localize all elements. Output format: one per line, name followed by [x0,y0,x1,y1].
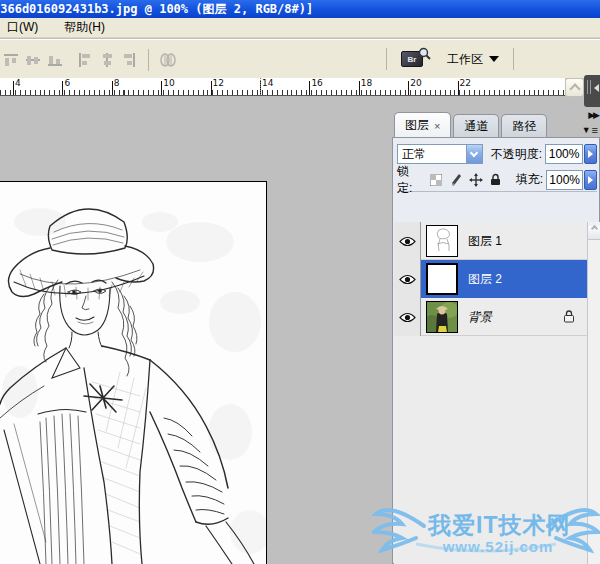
layer-row-background[interactable]: 背景 [394,298,587,336]
ruler-tick [458,81,459,95]
layers-scrollbar[interactable] [587,222,600,564]
ruler-tick [211,81,212,95]
lock-all-icon[interactable] [488,172,504,188]
sketch-artwork [0,182,266,564]
arrow-left-icon [594,84,599,92]
eye-icon [399,312,416,323]
layers-panel: ▶▶ ▼≡ 图层 × 通道 路径 正常 不透明度: 100% [392,110,600,564]
ruler-tick [13,81,14,95]
layer-row-2[interactable]: 图层 2 [394,260,587,298]
layer-name[interactable]: 图层 2 [468,271,502,288]
lock-image-pixels-icon[interactable] [448,172,464,188]
layer-name[interactable]: 背景 [468,309,492,326]
distribute-vertical-center-icon[interactable] [24,51,42,69]
lock-label: 锁定: [397,163,424,197]
ruler-cursor-indicator [260,78,261,95]
workspace-dropdown[interactable]: 工作区 [439,48,507,71]
toolbar-separator [386,48,387,70]
scroll-up-button[interactable] [565,78,584,97]
ruler-tick-label: 6 [64,78,70,88]
layer-thumbnail[interactable] [426,301,458,333]
ruler-tick [62,81,63,95]
eye-icon [399,274,416,285]
layers-panel-body: 正常 不透明度: 100% 锁定: [392,137,600,564]
menu-bar: 口(W) 帮助(H) [0,18,600,38]
chevron-down-icon [466,145,482,163]
ruler-tick [408,81,409,95]
menu-help[interactable]: 帮助(H) [60,18,109,37]
layer-row-1[interactable]: 图层 1 [394,222,587,260]
eye-icon [399,236,416,247]
toolbar-separator [148,49,149,71]
opacity-slider-icon[interactable] [584,144,597,164]
scroll-up-button[interactable] [588,226,600,240]
fill-slider-icon[interactable] [584,170,597,190]
ruler-minor-ticks [0,90,565,95]
visibility-toggle[interactable] [394,222,421,260]
layers-list: 图层 1 图层 2 [394,222,587,564]
layer-thumbnail[interactable] [426,225,458,257]
workspace-label: 工作区 [447,51,483,68]
horizontal-ruler: 46810121416182022 [0,78,565,96]
lock-transparent-pixels-icon[interactable] [428,172,444,188]
blend-mode-select[interactable]: 正常 [397,144,483,164]
collapse-to-icons-icon[interactable]: ▶▶ [588,110,598,120]
opacity-field[interactable]: 100% [545,144,583,164]
tab-layers[interactable]: 图层 × [394,112,451,138]
dock-grip[interactable] [584,75,600,107]
chevron-up-icon [569,83,580,94]
menu-window[interactable]: 口(W) [3,18,42,37]
close-icon[interactable]: × [434,120,440,132]
visibility-toggle[interactable] [394,260,421,298]
visibility-toggle[interactable] [394,298,421,336]
ruler-tick [309,81,310,95]
distribute-horizontal-center-icon[interactable] [98,51,116,69]
ruler-tick-label: 4 [15,78,21,88]
bridge-icon[interactable]: Br [401,47,431,71]
chevron-down-icon [489,56,499,62]
ruler-tick-label: 18 [361,78,372,88]
ruler-tick [161,81,162,95]
title-bar: 6366d016092431b3.jpg @ 100% (图层 2, RGB/8… [0,0,600,18]
ruler-tick-label: 10 [163,78,174,88]
panel-menu-icon[interactable]: ▼≡ [582,124,598,136]
ruler-tick-label: 8 [114,78,120,88]
auto-align-layers-icon[interactable] [159,51,177,69]
distribute-right-icon[interactable] [120,51,138,69]
ruler-tick [112,81,113,95]
distribute-bottom-icon[interactable] [46,51,64,69]
photoshop-window: 6366d016092431b3.jpg @ 100% (图层 2, RGB/8… [0,0,600,564]
chevron-up-icon [590,225,597,232]
fill-field[interactable]: 100% [546,170,583,190]
document-canvas[interactable] [0,181,267,564]
toolbar-separator [513,48,514,70]
ruler-tick [359,81,360,95]
options-bar: Br 工作区 [0,39,600,78]
magnifier-icon [418,47,431,60]
layer-thumbnail[interactable] [426,263,458,295]
ruler-tick-label: 22 [460,78,471,88]
ruler-tick-label: 16 [311,78,322,88]
document-title: 6366d016092431b3.jpg @ 100% (图层 2, RGB/8… [0,0,313,18]
grip-lines-icon [587,80,593,94]
ruler-tick-label: 20 [410,78,421,88]
ruler-tick-label: 14 [262,78,273,88]
tab-channels[interactable]: 通道 [453,114,499,138]
layer-lock-icon [563,309,575,326]
fill-label: 填充: [516,171,543,188]
lock-position-icon[interactable] [468,172,484,188]
distribute-left-icon[interactable] [76,51,94,69]
tab-paths[interactable]: 路径 [501,114,547,138]
ruler-tick-label: 12 [213,78,224,88]
opacity-label: 不透明度: [491,146,542,163]
distribute-top-icon[interactable] [2,51,20,69]
layer-name[interactable]: 图层 1 [468,233,502,250]
